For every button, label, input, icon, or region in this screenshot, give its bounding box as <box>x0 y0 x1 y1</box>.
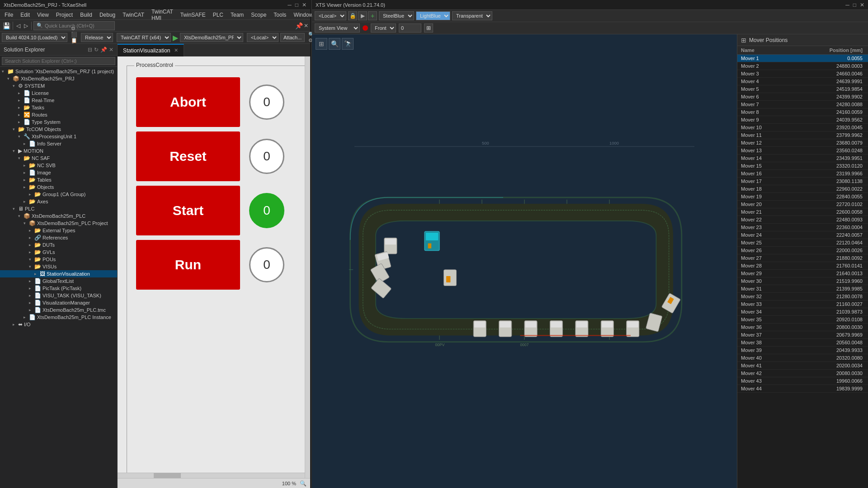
zoom-in-icon[interactable]: 🔍 <box>329 38 340 50</box>
tree-item-infoserver[interactable]: ▸📄Info Server <box>0 140 117 147</box>
mover-row[interactable]: Mover 3820560.0048 <box>737 339 868 347</box>
mover-row[interactable]: Mover 3021519.9960 <box>737 277 868 285</box>
mover-row[interactable]: Mover 2522120.0464 <box>737 239 868 247</box>
menu-edit[interactable]: Edit <box>17 12 33 18</box>
attach-btn[interactable]: Attach... <box>280 33 305 42</box>
mover-row[interactable]: Mover 10.0055 <box>737 55 868 62</box>
mover-row[interactable]: Mover 2721880.0092 <box>737 254 868 262</box>
tree-item-tables[interactable]: ▸📂Tables <box>0 176 117 183</box>
play2-icon[interactable]: ▶ <box>358 11 367 20</box>
tree-item-objects[interactable]: ▸📂Objects <box>0 183 117 191</box>
se-close-icon[interactable]: ✕ <box>109 47 113 53</box>
twincat-rt-dropdown[interactable]: TwinCAT RT (x64) <box>117 33 171 42</box>
mover-row[interactable]: Mover 2422240.0057 <box>737 231 868 239</box>
mover-row[interactable]: Mover 3221280.0078 <box>737 293 868 300</box>
mover-row[interactable]: Mover 3620800.0030 <box>737 324 868 331</box>
view-btn[interactable]: ⊞ <box>424 23 433 33</box>
mover-row[interactable]: Mover 1523320.0120 <box>737 162 868 170</box>
project-dropdown[interactable]: XtsDemoBach25m_PRJ <box>180 33 243 42</box>
mover-row[interactable]: Mover 4220080.0030 <box>737 370 868 377</box>
tree-item-solution[interactable]: ▾📁Solution 'XtsDemoBach25m_PRJ' (1 proje… <box>0 68 117 75</box>
play-icon[interactable]: ▶ <box>173 33 178 42</box>
se-search-box[interactable] <box>0 56 117 67</box>
lock-icon[interactable]: 🔒 <box>348 11 357 20</box>
mover-row[interactable]: Mover 524519.9854 <box>737 85 868 93</box>
mover-row[interactable]: Mover 1123799.9962 <box>737 131 868 139</box>
menu-file[interactable]: File <box>1 12 17 18</box>
tab-stationvis[interactable]: StationVisualization ✕ <box>118 44 184 56</box>
mover-row[interactable]: Mover 3920439.9933 <box>737 347 868 354</box>
transparent-dropdown[interactable]: Transparent <box>452 11 492 20</box>
se-collapse-icon[interactable]: ⊟ <box>88 47 92 53</box>
tree-item-motion[interactable]: ▾▶MOTION <box>0 147 117 155</box>
mover-row[interactable]: Mover 4120200.0034 <box>737 362 868 370</box>
mover-row[interactable]: Mover 3321160.0027 <box>737 300 868 308</box>
mover-row[interactable]: Mover 1323560.0248 <box>737 147 868 155</box>
tree-item-tasks[interactable]: ▸📂Tasks <box>0 104 117 111</box>
menu-twincat[interactable]: TwinCAT <box>119 12 148 18</box>
mover-list[interactable]: Mover 10.0055Mover 224880.0003Mover 3246… <box>737 55 868 488</box>
front-value-input[interactable] <box>399 23 421 33</box>
tree-item-externaltypes[interactable]: ▸📂External Types <box>0 227 117 234</box>
mover-row[interactable]: Mover 4020320.0080 <box>737 354 868 362</box>
zoom-fit-icon[interactable]: ⊞ <box>316 38 327 50</box>
mover-row[interactable]: Mover 1922840.0055 <box>737 193 868 201</box>
tree-item-references[interactable]: ▸🔗References <box>0 234 117 241</box>
plus-icon[interactable]: + <box>368 11 377 20</box>
toolbar-btn-back[interactable]: ◁ <box>15 23 22 29</box>
mover-row[interactable]: Mover 924039.9562 <box>737 116 868 124</box>
menu-plc[interactable]: PLC <box>209 12 227 18</box>
tree-item-pictask[interactable]: ▸📄PicTask (PicTask) <box>0 285 117 292</box>
tree-item-pous[interactable]: ▾📂POUs <box>0 256 117 263</box>
mover-row[interactable]: Mover 824160.0059 <box>737 108 868 116</box>
tree-item-ncsaf[interactable]: ▾📂NC SAF <box>0 155 117 162</box>
mover-row[interactable]: Mover 224880.0003 <box>737 62 868 70</box>
menu-tools[interactable]: Tools <box>270 12 290 18</box>
mover-row[interactable]: Mover 3720679.9969 <box>737 331 868 339</box>
mover-row[interactable]: Mover 2022720.0102 <box>737 201 868 208</box>
tree-item-xtsprocessingunit[interactable]: ▾🔧XtsProcessingUnit 1 <box>0 133 117 140</box>
se-search-input[interactable] <box>2 57 115 65</box>
xts-maximize-icon[interactable]: □ <box>853 2 856 8</box>
mover-row[interactable]: Mover 1723080.1138 <box>737 178 868 185</box>
mover-row[interactable]: Mover 3520920.0108 <box>737 316 868 324</box>
se-pin-icon[interactable]: 📌 <box>100 47 107 53</box>
tree-item-plcinstance[interactable]: ▸📄XtsDemoBach25m_PLC Instance <box>0 314 117 321</box>
xts-local-dropdown[interactable]: <Local> <box>315 11 346 20</box>
tree-item-plcprojitem[interactable]: ▾📦XtsDemoBach25m_PLC Project <box>0 220 117 227</box>
tree-item-visus[interactable]: ▾📂VISUs <box>0 263 117 270</box>
pin-icon[interactable]: 📌 <box>295 22 303 29</box>
tree-item-plc[interactable]: ▾🖥PLC <box>0 205 117 212</box>
tree-item-vismanager[interactable]: ▸📄VisualizationManager <box>0 299 117 306</box>
zoom-out-icon[interactable]: 🔭 <box>342 38 354 50</box>
tree-item-realtime[interactable]: ▸📄Real-Time <box>0 97 117 104</box>
tree-item-ncsvb[interactable]: ▸📂NC SVB <box>0 162 117 169</box>
tree-item-plcproject[interactable]: ▾📦XtsDemoBach25m_PLC <box>0 212 117 220</box>
tree-item-typesystem[interactable]: ▸📄Type System <box>0 118 117 126</box>
mover-row[interactable]: Mover 2222480.0093 <box>737 216 868 224</box>
reset-button[interactable]: Reset <box>136 131 240 181</box>
mover-row[interactable]: Mover 2921640.0013 <box>737 270 868 277</box>
tree-item-io[interactable]: ▸⬌I/O <box>0 321 117 328</box>
menu-team[interactable]: Team <box>227 12 247 18</box>
maximize-icon[interactable]: □ <box>295 2 298 8</box>
tree-item-group1[interactable]: ▸📂Group1 (CA Group) <box>0 191 117 198</box>
steelblue-dropdown[interactable]: SteelBlue <box>379 11 414 20</box>
mover-row[interactable]: Mover 724280.0088 <box>737 101 868 108</box>
start-button[interactable]: Start <box>136 186 240 235</box>
toolbar-btn-forward[interactable]: ▷ <box>23 23 29 29</box>
toolbar-close-icon[interactable]: ✕ <box>304 23 308 29</box>
mover-row[interactable]: Mover 4319960.0066 <box>737 377 868 385</box>
lightblue-dropdown[interactable]: LightBlue <box>416 11 450 20</box>
run-button[interactable]: Run <box>136 240 240 290</box>
front-dropdown[interactable]: Front <box>371 23 396 33</box>
tab-close-icon[interactable]: ✕ <box>174 47 178 53</box>
tree-item-image[interactable]: ▸📄Image <box>0 169 117 176</box>
close-icon[interactable]: ✕ <box>302 2 307 8</box>
zoom-icon[interactable]: 🔍 <box>300 480 307 487</box>
minimize-icon[interactable]: ─ <box>288 2 292 8</box>
mover-row[interactable]: Mover 3121399.9985 <box>737 285 868 293</box>
tree-item-project[interactable]: ▾📦XtsDemoBach25m_PRJ <box>0 75 117 82</box>
tree-item-system[interactable]: ▾⚙SYSTEM <box>0 82 117 89</box>
tree-item-license[interactable]: ▸📄License <box>0 89 117 97</box>
